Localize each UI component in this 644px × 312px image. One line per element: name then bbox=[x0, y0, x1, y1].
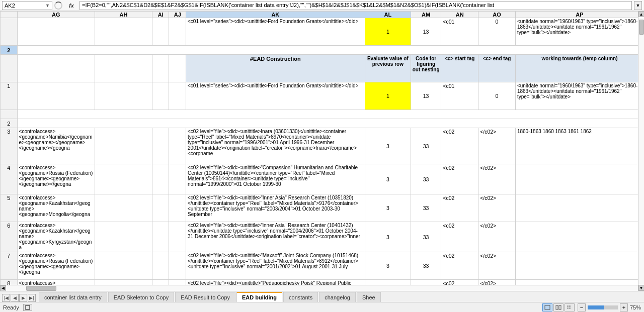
cell-an-4[interactable]: <c02 bbox=[441, 164, 478, 194]
cell-ag-hdr[interactable] bbox=[17, 55, 95, 82]
horizontal-scrollbar[interactable]: ◀ ▶ bbox=[0, 285, 644, 291]
sheet-tab-sheet[interactable]: Shee bbox=[357, 292, 381, 302]
cell-ah-4[interactable] bbox=[95, 164, 152, 194]
col-header-ao[interactable]: AO bbox=[478, 12, 516, 18]
cell-ap-5[interactable] bbox=[515, 194, 643, 222]
cell-ah-8[interactable] bbox=[95, 280, 152, 285]
tab-nav-next[interactable]: ▶ bbox=[19, 294, 27, 302]
cell-ao-7[interactable]: </c02> bbox=[478, 252, 516, 280]
cell-aj-1[interactable] bbox=[169, 82, 186, 110]
cell-aj-hdr[interactable] bbox=[169, 55, 186, 82]
cell-ai-5[interactable] bbox=[152, 194, 169, 222]
cell-ag-4[interactable]: <controlaccess><geogname>Russia (Federat… bbox=[17, 164, 95, 194]
cell-ah-hdr[interactable] bbox=[95, 55, 152, 82]
page-break-button[interactable] bbox=[565, 303, 575, 311]
cell-ag-5[interactable]: <controlaccess><geogname>Kazakhstan</geo… bbox=[17, 194, 95, 222]
col-header-an[interactable]: AN bbox=[441, 12, 478, 18]
cell-empty-row2[interactable] bbox=[17, 46, 643, 55]
cell-an-7[interactable]: <c02 bbox=[441, 252, 478, 280]
cell-ai-1[interactable] bbox=[152, 82, 169, 110]
cell-empty-1b[interactable] bbox=[17, 110, 643, 119]
cell-al-5[interactable]: 3 bbox=[365, 194, 411, 222]
col-header-al[interactable]: AL bbox=[365, 12, 411, 18]
cell-ak-4[interactable]: <c02 level="file"><did><unittitle>"Compa… bbox=[186, 164, 365, 194]
cell-ah-3[interactable] bbox=[95, 128, 152, 164]
cell-am-4[interactable]: 33 bbox=[411, 164, 441, 194]
vertical-scroll-track[interactable] bbox=[638, 17, 645, 285]
zoom-in-button[interactable]: + bbox=[620, 303, 628, 311]
sheet-tab-ead-building[interactable]: EAD building bbox=[236, 292, 282, 302]
cell-ap-7[interactable] bbox=[515, 252, 643, 280]
col-header-ap[interactable]: AP bbox=[515, 12, 643, 18]
cell-an-6[interactable]: <c02 bbox=[441, 222, 478, 252]
cell-am-header[interactable]: Code for figuring out nesting bbox=[411, 55, 441, 82]
col-header-ak[interactable]: AK bbox=[186, 12, 365, 18]
formula-expand-button[interactable]: ▼ bbox=[634, 1, 642, 10]
cell-ag-8[interactable]: <controlaccess><geogname>Russia (Federat… bbox=[17, 280, 95, 285]
cell-ao-6[interactable]: </c02> bbox=[478, 222, 516, 252]
cell-ai-3[interactable] bbox=[152, 128, 169, 164]
name-box-dropdown-icon[interactable]: ▼ bbox=[45, 3, 50, 8]
cell-ak-3[interactable]: <c02 level="file"><did><unittitle>Inara … bbox=[186, 128, 365, 164]
scroll-down-button[interactable]: ▼ bbox=[638, 285, 645, 291]
cell-ap-6[interactable] bbox=[515, 222, 643, 252]
cell-aj-4[interactable] bbox=[169, 164, 186, 194]
cell-al-top[interactable]: 1 bbox=[365, 18, 411, 46]
cell-ak-8[interactable]: <c02 level="file"><did><unittitle>"Pedag… bbox=[186, 280, 365, 285]
cell-aj-top[interactable] bbox=[169, 18, 186, 46]
cell-ao-top[interactable]: 0 bbox=[478, 18, 516, 46]
cell-al-6[interactable]: 3 bbox=[365, 222, 411, 252]
cell-ai-8[interactable] bbox=[152, 280, 169, 285]
col-header-ag[interactable]: AG bbox=[17, 12, 95, 18]
cell-ap-4[interactable] bbox=[515, 164, 643, 194]
cell-am-7[interactable]: 33 bbox=[411, 252, 441, 280]
sheet-tab-ead-skeleton[interactable]: EAD Skeleton to Copy bbox=[108, 292, 174, 302]
cell-ap-1[interactable]: <unitdate normal="1960/1963" type="inclu… bbox=[515, 82, 643, 110]
cell-am-6[interactable]: 33 bbox=[411, 222, 441, 252]
col-header-ah[interactable]: AH bbox=[95, 12, 152, 18]
sheet-tab-ead-result[interactable]: EAD Result to Copy bbox=[175, 292, 235, 302]
vertical-scrollbar[interactable]: ▲ ▼ bbox=[638, 11, 644, 291]
cell-an-8[interactable]: <c02 bbox=[441, 280, 478, 285]
cell-ag-1[interactable] bbox=[17, 82, 95, 110]
cell-aj-5[interactable] bbox=[169, 194, 186, 222]
cell-aj-6[interactable] bbox=[169, 222, 186, 252]
cell-ah-5[interactable] bbox=[95, 194, 152, 222]
cell-al-8[interactable]: 3 bbox=[365, 280, 411, 285]
cell-ap-8[interactable] bbox=[515, 280, 643, 285]
cell-am-1[interactable]: 13 bbox=[411, 82, 441, 110]
cell-am-top[interactable]: 13 bbox=[411, 18, 441, 46]
cell-al-4[interactable]: 3 bbox=[365, 164, 411, 194]
cell-mode-icon[interactable] bbox=[23, 304, 32, 311]
name-box[interactable]: AK2 ▼ bbox=[2, 1, 52, 10]
cell-ah-1[interactable] bbox=[95, 82, 152, 110]
cell-ak-header[interactable]: #EAD Construction bbox=[186, 55, 365, 82]
cell-ai-hdr[interactable] bbox=[152, 55, 169, 82]
cell-aj-3[interactable] bbox=[169, 128, 186, 164]
cell-am-3[interactable]: 33 bbox=[411, 128, 441, 164]
cell-ak-top[interactable]: <c01 level="series"><did><unittitle>Ford… bbox=[186, 18, 365, 46]
cell-ak-1[interactable]: <c01 level="series"><did><unittitle>Ford… bbox=[186, 82, 365, 110]
tab-nav-first[interactable]: |◀ bbox=[2, 294, 10, 302]
cell-ap-3[interactable]: 1860-1863 1860 1863 1861 1862 bbox=[515, 128, 643, 164]
scroll-left-button[interactable]: ◀ bbox=[0, 285, 6, 291]
cell-ah-6[interactable] bbox=[95, 222, 152, 252]
cell-ak-5[interactable]: <c02 level="file"><did><unittitle>"Inner… bbox=[186, 194, 365, 222]
tab-nav-last[interactable]: ▶| bbox=[28, 294, 36, 302]
cell-ai-top[interactable] bbox=[152, 18, 169, 46]
cell-ah-7[interactable] bbox=[95, 252, 152, 280]
vertical-scroll-thumb[interactable] bbox=[639, 20, 644, 35]
cell-ag-top[interactable] bbox=[17, 18, 95, 46]
cell-ao-8[interactable]: </c02> bbox=[478, 280, 516, 285]
cell-an-header[interactable]: <c> start tag bbox=[441, 55, 478, 82]
cell-ag-6[interactable]: <controlaccess><geogname>Kazakhstan</geo… bbox=[17, 222, 95, 252]
sheet-tab-container-list[interactable]: container list data entry bbox=[39, 292, 107, 302]
cell-al-7[interactable]: 3 bbox=[365, 252, 411, 280]
col-header-aj[interactable]: AJ bbox=[169, 12, 186, 18]
horizontal-scroll-track[interactable] bbox=[6, 285, 638, 291]
cell-ao-3[interactable]: </c02> bbox=[478, 128, 516, 164]
zoom-out-button[interactable]: − bbox=[578, 303, 586, 311]
cell-ao-header[interactable]: <c> end tag bbox=[478, 55, 516, 82]
scroll-up-button[interactable]: ▲ bbox=[638, 11, 645, 17]
tab-nav-prev[interactable]: ◀ bbox=[11, 294, 19, 302]
